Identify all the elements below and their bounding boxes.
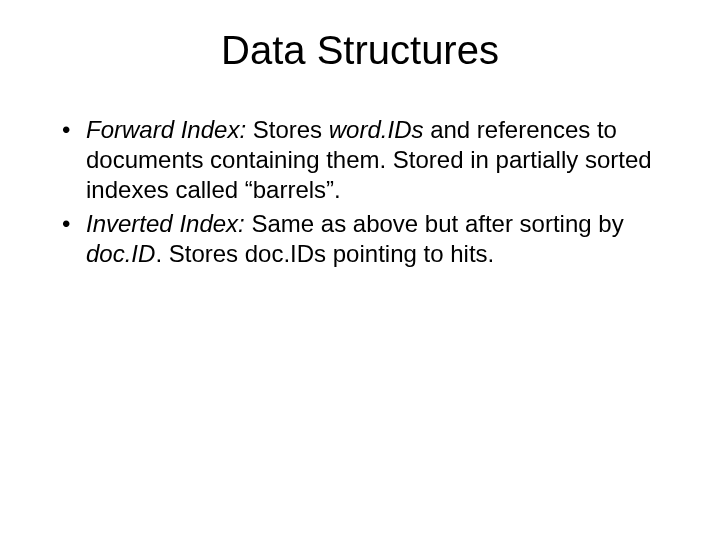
italic-text: word.IDs: [329, 116, 424, 143]
body-text: . Stores doc.IDs pointing to hits.: [155, 240, 494, 267]
term-label: Inverted Index:: [86, 210, 245, 237]
body-text: Stores: [246, 116, 329, 143]
italic-text: doc.ID: [86, 240, 155, 267]
body-text: Same as above but after sorting by: [245, 210, 624, 237]
list-item: Forward Index: Stores word.IDs and refer…: [60, 115, 670, 205]
list-item: Inverted Index: Same as above but after …: [60, 209, 670, 269]
slide: Data Structures Forward Index: Stores wo…: [0, 0, 720, 540]
term-label: Forward Index:: [86, 116, 246, 143]
bullet-list: Forward Index: Stores word.IDs and refer…: [50, 115, 670, 269]
slide-title: Data Structures: [50, 28, 670, 73]
